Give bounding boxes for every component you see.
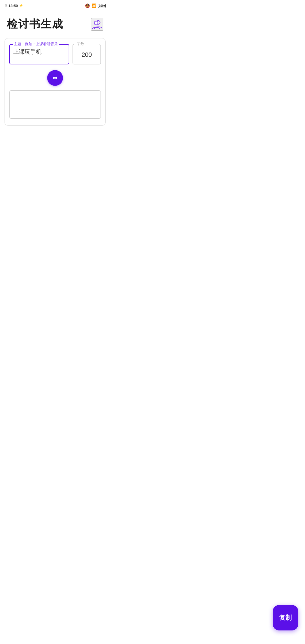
- page-title: 检讨书生成: [7, 17, 63, 31]
- wordcount-field-wrapper: 字数 200: [73, 44, 101, 64]
- usb-icon: ⚡: [19, 4, 23, 8]
- main-card: 主题，例如：上课看听音乐 字数 200 ⇔: [5, 38, 106, 126]
- wifi-icon: 📶: [91, 3, 96, 8]
- status-left: ✕ 13:50 ⚡: [5, 4, 23, 8]
- header: 检讨书生成: [0, 10, 110, 36]
- input-row: 主题，例如：上课看听音乐 字数 200: [9, 44, 101, 64]
- svg-point-1: [94, 21, 98, 25]
- bell-icon: 🔕: [85, 3, 90, 8]
- signal-icon: ✕: [5, 4, 7, 8]
- user-profile-button[interactable]: [91, 18, 103, 31]
- status-right: 🔕 📶 100: [85, 3, 106, 8]
- swap-button-wrapper: ⇔: [9, 70, 101, 86]
- wordcount-value: 200: [82, 51, 92, 58]
- battery-indicator: 100: [98, 4, 106, 8]
- wordcount-label: 字数: [76, 41, 85, 46]
- time-display: 13:50: [8, 4, 18, 8]
- swap-button[interactable]: ⇔: [47, 70, 63, 86]
- status-bar: ✕ 13:50 ⚡ 🔕 📶 100: [0, 0, 110, 10]
- topic-field-wrapper: 主题，例如：上课看听音乐: [9, 44, 69, 64]
- topic-label: 主题，例如：上课看听音乐: [13, 42, 59, 47]
- user-icon: [92, 19, 103, 30]
- output-area: [9, 90, 101, 119]
- topic-input[interactable]: [13, 47, 65, 55]
- swap-icon: ⇔: [53, 74, 58, 82]
